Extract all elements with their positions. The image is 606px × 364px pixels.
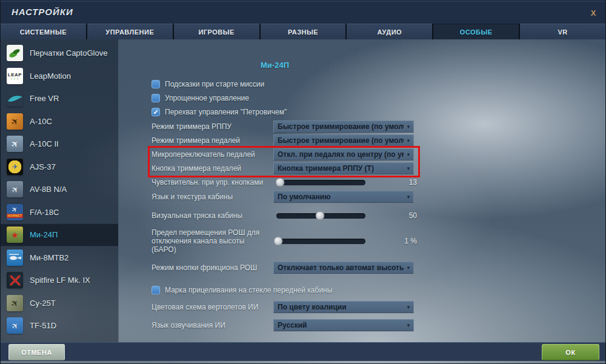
checkbox-gunsight-mark[interactable] (152, 286, 160, 294)
tf51d-module-icon: ✈ (7, 317, 23, 334)
setting-row-pedal-microswitch: Микропереключатель педалей Откл. при пед… (119, 148, 431, 160)
dropdown-pedal-microswitch[interactable]: Откл. при педалях по центру (по умолч.) … (273, 148, 414, 160)
leapmotion-icon: LEAP• • • (7, 68, 23, 84)
close-icon[interactable]: X (586, 5, 601, 20)
sidebar-item-label: Перчатки CaptoGlove (30, 48, 107, 58)
dropdown-friction-button-mode[interactable]: Отключает только автомат высоты (по-умол… (273, 262, 414, 274)
spitfire-module-icon (7, 272, 23, 288)
module-sidebar: Перчатки CaptoGlove LEAP• • • LeapMotion… (1, 39, 119, 342)
tab-gameplay[interactable]: ИГРОВЫЕ (174, 24, 259, 39)
sidebar-item-freevr[interactable]: Free VR (1, 87, 118, 110)
checkbox-mission-hints[interactable] (152, 80, 160, 88)
sidebar-item-label: AV-8B N/A (30, 185, 67, 194)
setting-row-easy-controls: Упрощенное управление (119, 93, 431, 103)
ajs37-module-icon: ✈ (7, 159, 23, 175)
setting-row-mission-hints: Подсказки при старте миссии (119, 79, 431, 89)
page-title: Ми-24П (119, 59, 431, 71)
dropdown-cyclic-trimmer-mode[interactable]: Быстрое триммирование (по умолч.) ▼ (273, 121, 414, 133)
tab-misc[interactable]: РАЗНЫЕ (261, 24, 346, 39)
sidebar-item-spitfire[interactable]: Spitfire LF Mk. IX (1, 269, 118, 292)
dropdown-value: По цвету коалиции (274, 303, 404, 311)
tab-systems[interactable]: СИСТЕМНЫЕ (1, 24, 86, 39)
dropdown-pedal-trimmer-mode[interactable]: Быстрое триммирование (по умолч.) ▼ (273, 134, 414, 147)
sidebar-item-mi8[interactable]: Ми-8МТВ2 (1, 247, 118, 270)
slider-handle[interactable] (316, 211, 325, 220)
checkbox-petrovich-takeover[interactable]: ✓ (152, 108, 160, 116)
setting-row-cockpit-language: Язык и текстура кабины По умолчанию ▼ (119, 191, 431, 203)
chevron-down-icon: ▼ (404, 323, 413, 328)
a10c-module-icon: ✈ (7, 113, 23, 130)
setting-row-ai-helicopter-color: Цветовая схема вертолетов ИИ По цвету ко… (119, 301, 431, 313)
tab-special[interactable]: ОСОБЫЕ (433, 24, 519, 39)
chevron-down-icon: ▼ (404, 166, 413, 171)
dropdown-value: Быстрое триммирование (по умолч.) (274, 122, 404, 131)
slider-value: 1 % (370, 237, 417, 245)
cancel-button[interactable]: ОТМЕНА (8, 344, 65, 360)
sidebar-item-fa18c[interactable]: ✈HORNET F/A-18C (1, 201, 118, 224)
settings-window: НАСТРОЙКИ X СИСТЕМНЫЕ УПРАВЛЕНИЕ ИГРОВЫЕ… (0, 0, 606, 364)
setting-label: Визуальная тряска кабины (152, 211, 273, 220)
sidebar-item-label: Free VR (30, 94, 59, 103)
ok-button[interactable]: ОК (542, 344, 599, 360)
setting-row-petrovich-takeover: ✓ Перехват управления "Петровичем" (119, 107, 431, 117)
setting-label: Упрощенное управление (165, 94, 249, 102)
sidebar-item-label: Ми-24П (30, 230, 58, 239)
setting-label: Режим триммера педалей (152, 136, 273, 145)
sidebar-item-ajs37[interactable]: ✈ AJS-37 (1, 156, 118, 179)
slider-cockpit-shake[interactable] (273, 210, 370, 222)
tab-vr[interactable]: VR (520, 24, 605, 39)
sidebar-item-av8b[interactable]: ✈ AV-8B N/A (1, 178, 118, 201)
dropdown-value: Быстрое триммирование (по умолч.) (274, 136, 404, 145)
setting-label: Подсказки при старте миссии (165, 80, 264, 88)
slider-collective-limit[interactable] (273, 235, 370, 247)
tab-audio[interactable]: АУДИО (347, 24, 432, 39)
slider-track[interactable] (276, 213, 365, 219)
chevron-down-icon: ▼ (404, 194, 413, 200)
chevron-down-icon: ▼ (404, 124, 413, 130)
sidebar-item-tf51d[interactable]: ✈ TF-51D (1, 314, 118, 337)
setting-row-pedal-trimmer-button: Кнопка триммера педалей Кнопка триммера … (119, 162, 431, 174)
setting-row-collective-limit: Предел перемещения РОШ для отключения ка… (119, 231, 431, 251)
slider-handle[interactable] (273, 237, 282, 246)
tab-controls[interactable]: УПРАВЛЕНИЕ (87, 24, 173, 39)
setting-row-cyclic-trimmer-mode: Режим триммера РППУ Быстрое триммировани… (119, 121, 431, 133)
setting-label: Чувствительн. при упр. кнопками (152, 178, 273, 187)
slider-track[interactable] (276, 180, 365, 185)
setting-label: Язык озвучивания ИИ (152, 321, 273, 329)
sidebar-item-label: Spitfire LF Mk. IX (30, 276, 90, 285)
setting-label: Режим триммера РППУ (152, 122, 273, 131)
setting-label: Марка прицеливания на стекле передней ка… (165, 286, 332, 294)
footer-bar: ОТМЕНА ОК (1, 342, 605, 361)
sidebar-item-su25t[interactable]: ✈ Су-25Т (1, 292, 118, 315)
slider-handle[interactable] (275, 178, 284, 187)
slider-track[interactable] (276, 239, 365, 244)
sidebar-item-mi24p[interactable]: ★ Ми-24П (1, 223, 118, 247)
dropdown-cockpit-language[interactable]: По умолчанию ▼ (273, 191, 414, 203)
setting-label: Предел перемещения РОШ для отключения ка… (152, 228, 273, 254)
sidebar-item-leapmotion[interactable]: LEAP• • • LeapMotion (1, 65, 118, 88)
sidebar-item-a10c2[interactable]: ✈ A-10C II (1, 133, 118, 156)
setting-row-gunsight-mark: Марка прицеливания на стекле передней ка… (119, 285, 431, 295)
sidebar-item-label: Ми-8МТВ2 (30, 253, 68, 262)
slider-value: 13 (370, 178, 417, 187)
setting-label: Перехват управления "Петровичем" (165, 108, 287, 116)
setting-row-button-sensitivity: Чувствительн. при упр. кнопками 13 (119, 176, 431, 188)
dropdown-pedal-trimmer-button[interactable]: Кнопка триммера РППУ (Т) ▼ (273, 162, 414, 174)
checkbox-easy-controls[interactable] (152, 94, 160, 102)
su25t-module-icon: ✈ (7, 295, 23, 311)
slider-button-sensitivity[interactable] (273, 176, 370, 188)
slider-value: 50 (370, 211, 417, 220)
dropdown-ai-helicopter-color[interactable]: По цвету коалиции ▼ (273, 301, 414, 313)
setting-label: Кнопка триммера педалей (152, 164, 273, 173)
sidebar-item-captoglove[interactable]: Перчатки CaptoGlove (1, 42, 118, 65)
chevron-down-icon: ▼ (404, 152, 413, 157)
setting-row-ai-voice-language: Язык озвучивания ИИ Русский ▼ (119, 319, 431, 331)
setting-label: Цветовая схема вертолетов ИИ (152, 303, 273, 311)
sidebar-item-a10c[interactable]: ✈ A-10C (1, 110, 118, 133)
settings-panel: Ми-24П Подсказки при старте миссии Упрощ… (119, 39, 431, 342)
dropdown-ai-voice-language[interactable]: Русский ▼ (273, 319, 414, 331)
fa18c-module-icon: ✈HORNET (7, 204, 23, 220)
chevron-down-icon: ▼ (404, 305, 413, 310)
sidebar-item-label: A-10C (30, 117, 52, 126)
sidebar-item-label: AJS-37 (30, 162, 56, 171)
